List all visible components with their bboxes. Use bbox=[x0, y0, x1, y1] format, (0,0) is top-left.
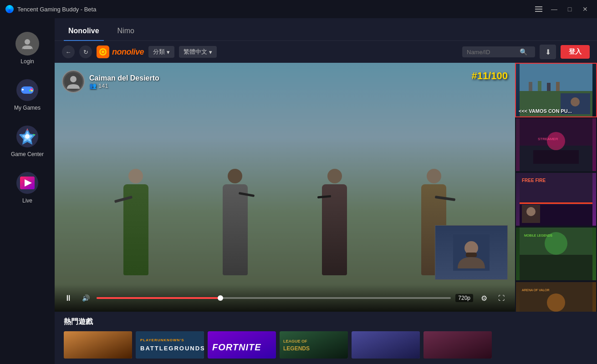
mygames-icon bbox=[15, 78, 39, 102]
main-layout: Login My Games bbox=[0, 18, 597, 364]
fullscreen-button[interactable]: ⛶ bbox=[495, 292, 508, 304]
character-3 bbox=[316, 148, 353, 275]
main-video-player[interactable]: Caiman del Desierto 👥 141 #11/100 bbox=[55, 63, 515, 312]
game-thumb-bg-fortnite: FORTNITE bbox=[208, 331, 276, 359]
titlebar-left: Tencent Gaming Buddy - Beta bbox=[5, 5, 96, 13]
progress-bar[interactable] bbox=[97, 297, 451, 299]
svg-rect-0 bbox=[535, 6, 542, 7]
svg-point-16 bbox=[25, 134, 30, 139]
tab-nonolive[interactable]: Nonolive bbox=[64, 27, 104, 40]
login-avatar bbox=[15, 32, 39, 56]
volume-button[interactable]: 🔊 bbox=[79, 292, 92, 304]
hot-games-title: 熱門遊戲 bbox=[64, 317, 588, 327]
stream-thumb-2[interactable]: STREAMER bbox=[515, 117, 597, 172]
app-title: Tencent Gaming Buddy - Beta bbox=[17, 6, 96, 13]
streamer-avatar bbox=[62, 70, 85, 93]
maximize-button[interactable]: □ bbox=[563, 3, 576, 15]
minimize-button[interactable]: — bbox=[548, 3, 561, 15]
svg-text:STREAMER: STREAMER bbox=[538, 137, 558, 141]
tab-nimo[interactable]: Nimo bbox=[113, 27, 139, 40]
rank-badge: #11/100 bbox=[471, 70, 508, 82]
video-content: Caiman del Desierto 👥 141 #11/100 bbox=[55, 63, 515, 312]
play-pause-button[interactable]: ⏸ bbox=[62, 292, 75, 304]
app-logo-icon bbox=[5, 5, 14, 13]
streamer-details: Caiman del Desierto 👥 141 bbox=[89, 74, 159, 89]
streamer-info: Caiman del Desierto 👥 141 bbox=[62, 70, 159, 93]
mygames-label: My Games bbox=[14, 105, 41, 111]
live-label: Live bbox=[22, 197, 32, 204]
game-thumb-6[interactable] bbox=[424, 331, 492, 359]
progress-dot bbox=[218, 295, 223, 301]
svg-rect-40 bbox=[547, 83, 551, 91]
svg-text:MOBILE LEGENDS: MOBILE LEGENDS bbox=[524, 234, 552, 237]
svg-rect-58 bbox=[520, 255, 592, 280]
svg-point-3 bbox=[25, 39, 30, 45]
stream-thumb-3[interactable]: FREE FIRE bbox=[515, 172, 597, 227]
game-thumb-bg-pubg: PLAYERUNKNOWN'S BATTLEGROUNDS bbox=[136, 331, 204, 359]
game-thumbnails: PLAYERUNKNOWN'S BATTLEGROUNDS FORTNITE bbox=[64, 331, 588, 359]
sidebar-item-mygames[interactable]: My Games bbox=[0, 74, 55, 116]
svg-point-46 bbox=[547, 132, 565, 150]
window-controls: — □ ✕ bbox=[532, 3, 592, 15]
game-thumb-fortnite[interactable]: FORTNITE bbox=[208, 331, 276, 359]
svg-point-12 bbox=[30, 89, 32, 91]
download-icon: ⬇ bbox=[545, 48, 551, 56]
quality-badge[interactable]: 720p bbox=[455, 294, 473, 302]
game-thumb-1[interactable] bbox=[64, 331, 132, 359]
nonolive-logo-icon bbox=[97, 46, 109, 58]
game-thumb-bg-6 bbox=[424, 331, 492, 359]
sidebar-item-gamecenter[interactable]: Game Center bbox=[0, 120, 55, 162]
svg-rect-34 bbox=[466, 253, 477, 257]
svg-text:BATTLEGROUNDS: BATTLEGROUNDS bbox=[140, 345, 204, 352]
login-label: Login bbox=[20, 58, 34, 65]
progress-fill bbox=[97, 297, 220, 299]
back-button[interactable]: ← bbox=[62, 46, 75, 58]
gamecenter-icon bbox=[15, 125, 39, 148]
streamer-viewers: 👥 141 bbox=[89, 82, 159, 89]
settings-button[interactable]: ⚙ bbox=[478, 292, 490, 304]
video-section: Caiman del Desierto 👥 141 #11/100 bbox=[55, 63, 597, 312]
game-thumb-pubg[interactable]: PLAYERUNKNOWN'S BATTLEGROUNDS bbox=[136, 331, 204, 359]
stream-thumb-4[interactable]: MOBILE LEGENDS bbox=[515, 227, 597, 281]
cam-person-display bbox=[435, 226, 507, 279]
stream-thumb-5[interactable]: ARENA OF VALOR bbox=[515, 281, 597, 312]
character-2 bbox=[217, 148, 253, 275]
svg-rect-2 bbox=[535, 11, 542, 12]
gamecenter-label: Game Center bbox=[11, 151, 44, 157]
titlebar: Tencent Gaming Buddy - Beta — □ ✕ bbox=[0, 0, 597, 18]
svg-rect-75 bbox=[280, 331, 348, 359]
stream-thumb-1[interactable]: <<< VAMOS CON PU... bbox=[515, 63, 597, 117]
svg-rect-67 bbox=[64, 331, 132, 359]
category-menu[interactable]: 分類 ▾ bbox=[148, 46, 174, 58]
svg-text:FORTNITE: FORTNITE bbox=[212, 342, 261, 352]
svg-rect-79 bbox=[352, 331, 420, 359]
stream-list-panel: <<< VAMOS CON PU... STREAMER bbox=[515, 63, 597, 312]
refresh-button[interactable]: ↻ bbox=[79, 46, 92, 58]
sidebar-item-live[interactable]: Live bbox=[0, 167, 55, 208]
game-thumb-bg-1 bbox=[64, 331, 132, 359]
bottom-section: 熱門遊戲 PLAYERUNKNOWN bbox=[55, 312, 597, 364]
stream-1-label: <<< VAMOS CON PU... bbox=[519, 108, 593, 114]
svg-point-31 bbox=[70, 76, 77, 82]
sidebar: Login My Games bbox=[0, 18, 55, 364]
login-button[interactable]: 登入 bbox=[561, 45, 590, 59]
nonolive-logo: nonolive bbox=[97, 46, 144, 58]
language-menu[interactable]: 繁體中文 ▾ bbox=[179, 46, 217, 58]
sidebar-item-login[interactable]: Login bbox=[0, 27, 55, 69]
game-thumb-5[interactable] bbox=[352, 331, 420, 359]
menu-icon[interactable] bbox=[532, 3, 545, 15]
svg-text:PLAYERUNKNOWN'S: PLAYERUNKNOWN'S bbox=[140, 338, 184, 342]
viewers-icon: 👥 bbox=[89, 82, 97, 89]
svg-text:ARENA OF VALOR: ARENA OF VALOR bbox=[522, 288, 550, 292]
search-input[interactable] bbox=[467, 49, 517, 56]
video-controls: ⏸ 🔊 720p ⚙ ⛶ bbox=[55, 284, 515, 312]
content-area: Nonolive Nimo ← ↻ nonolive 分類 bbox=[55, 18, 597, 364]
game-thumb-lol[interactable]: LEAGUE OF LEGENDS bbox=[280, 331, 348, 359]
search-bar: 🔍 bbox=[462, 46, 535, 57]
search-icon[interactable]: 🔍 bbox=[520, 48, 527, 56]
close-button[interactable]: ✕ bbox=[579, 3, 592, 15]
svg-point-43 bbox=[571, 97, 580, 106]
download-button[interactable]: ⬇ bbox=[540, 45, 556, 59]
svg-rect-1 bbox=[535, 9, 542, 10]
svg-rect-38 bbox=[529, 82, 532, 91]
